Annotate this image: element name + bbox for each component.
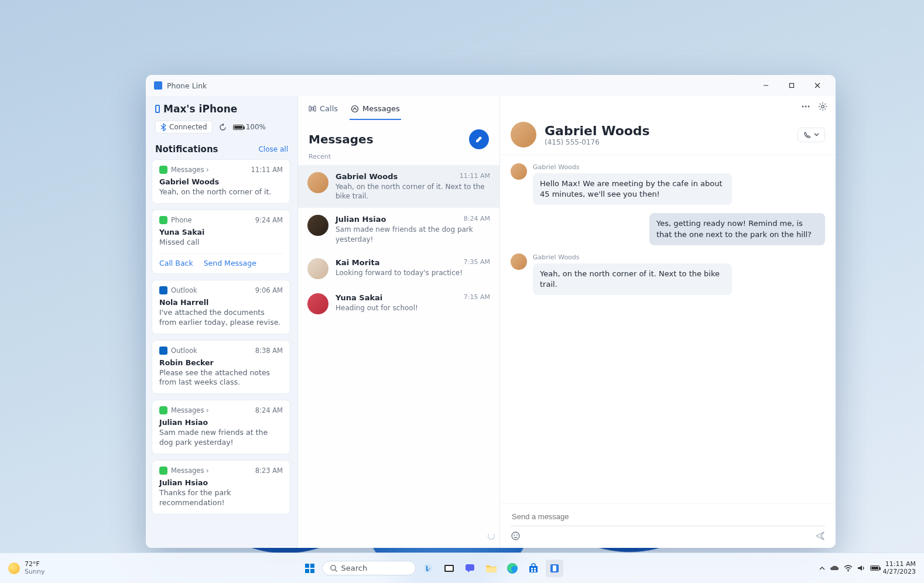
system-tray[interactable] xyxy=(819,564,879,572)
emoji-button[interactable] xyxy=(511,531,521,541)
notification-app: Phone xyxy=(159,216,192,224)
conversation-snippet: Sam made new friends at the dog park yes… xyxy=(336,225,490,244)
outlook-app-icon xyxy=(159,286,167,294)
message-input[interactable] xyxy=(511,507,825,526)
message-bubble: Yeah, on the north corner of it. Next to… xyxy=(533,263,732,295)
contact-name: Gabriel Woods xyxy=(545,124,650,138)
taskbar-store-button[interactable] xyxy=(525,560,542,577)
notification-card[interactable]: Outlook 9:06 AMNola HarrellI've attached… xyxy=(152,280,290,334)
notification-action[interactable]: Send Message xyxy=(204,259,256,268)
middle-pane: Calls Messages Messages Recent Gabriel W… xyxy=(298,96,500,548)
send-button[interactable] xyxy=(815,531,825,541)
taskbar-explorer-button[interactable] xyxy=(482,560,500,577)
settings-button[interactable] xyxy=(818,102,827,111)
notification-app: Outlook xyxy=(159,286,197,294)
notification-app-label: Outlook xyxy=(171,286,197,294)
conversation-list: Gabriel Woods11:11 AMYeah, on the north … xyxy=(298,165,499,548)
connection-status[interactable]: Connected xyxy=(155,121,213,133)
tray-chevron-icon xyxy=(819,566,825,571)
clock-time: 11:11 AM xyxy=(883,561,916,568)
left-pane: Max's iPhone Connected 100% Notification… xyxy=(146,96,298,548)
conversation-item[interactable]: Gabriel Woods11:11 AMYeah, on the north … xyxy=(298,165,499,208)
notification-app-label: Messages › xyxy=(171,166,209,174)
window-maximize-button[interactable] xyxy=(779,77,804,94)
outlook-app-icon xyxy=(159,347,167,355)
notification-actions: Call BackSend Message xyxy=(159,253,283,268)
conversation-item[interactable]: Julian Hsiao8:24 AMSam made new friends … xyxy=(298,208,499,251)
notification-body: I've attached the documents from earlier… xyxy=(159,308,283,328)
call-dropdown[interactable] xyxy=(798,128,825,142)
notification-card[interactable]: Messages ›8:24 AMJulian HsiaoSam made ne… xyxy=(152,400,290,454)
taskbar-phonelink-button[interactable] xyxy=(546,560,563,577)
conversation-time: 11:11 AM xyxy=(460,172,490,181)
svg-rect-16 xyxy=(305,564,309,568)
taskbar-search[interactable]: Search xyxy=(322,561,416,575)
refresh-button[interactable] xyxy=(218,123,227,132)
connected-label: Connected xyxy=(169,123,207,131)
chat-header: Gabriel Woods (415) 555-0176 xyxy=(500,117,836,155)
notification-card[interactable]: Messages ›8:23 AMJulian HsiaoThanks for … xyxy=(152,460,290,515)
notification-card[interactable]: Outlook 8:38 AMRobin BeckerPlease see th… xyxy=(152,340,290,395)
chat-body[interactable]: Gabriel WoodsHello Max! We are meeting b… xyxy=(500,155,836,503)
notification-app: Messages › xyxy=(159,406,209,414)
svg-point-35 xyxy=(847,570,848,571)
device-name-label: Max's iPhone xyxy=(163,103,237,115)
notification-sender: Gabriel Woods xyxy=(159,177,283,186)
calls-tab-icon xyxy=(309,105,316,112)
messages-app-icon xyxy=(159,467,167,475)
notification-card[interactable]: Messages ›11:11 AMGabriel WoodsYeah, on … xyxy=(152,159,290,204)
chat-footer xyxy=(500,503,836,548)
compose-button[interactable] xyxy=(469,129,489,149)
taskbar-center: Search xyxy=(301,560,563,577)
notification-app: Outlook xyxy=(159,347,197,355)
notification-app-label: Messages › xyxy=(171,467,209,475)
taskbar-chat-button[interactable] xyxy=(461,560,479,577)
call-icon xyxy=(803,131,811,139)
svg-point-14 xyxy=(514,534,515,536)
notification-time: 8:24 AM xyxy=(255,406,283,414)
svg-rect-29 xyxy=(531,568,533,570)
svg-rect-28 xyxy=(529,566,538,572)
message-bubble: Hello Max! We are meeting by the cafe in… xyxy=(533,173,732,205)
tab-messages[interactable]: Messages xyxy=(350,101,401,120)
conversation-item[interactable]: Kai Morita7:35 AMLooking forward to toda… xyxy=(298,251,499,286)
window-minimize-button[interactable] xyxy=(754,77,778,94)
conversation-avatar xyxy=(307,293,328,314)
more-button[interactable] xyxy=(802,105,810,108)
tab-calls[interactable]: Calls xyxy=(307,101,339,120)
search-placeholder: Search xyxy=(341,564,368,572)
notifications-title: Notifications xyxy=(155,144,218,155)
svg-rect-6 xyxy=(314,106,316,111)
recent-label: Recent xyxy=(298,152,499,165)
start-button[interactable] xyxy=(301,560,319,577)
taskbar-clock[interactable]: 11:11 AM 4/27/2023 xyxy=(883,561,916,575)
taskbar-bing-button[interactable] xyxy=(419,560,437,577)
notification-body: Yeah, on the north corner of it. xyxy=(159,187,283,197)
conversation-snippet: Yeah, on the north corner of it. Next to… xyxy=(336,182,490,201)
conversation-time: 8:24 AM xyxy=(464,215,490,224)
messages-app-icon xyxy=(159,406,167,414)
right-pane: Gabriel Woods (415) 555-0176 Gabriel Woo… xyxy=(500,96,836,548)
window-close-button[interactable] xyxy=(805,77,830,94)
taskbar-taskview-button[interactable] xyxy=(440,560,458,577)
message-sender-label: Gabriel Woods xyxy=(533,253,732,261)
notifications-list[interactable]: Messages ›11:11 AMGabriel WoodsYeah, on … xyxy=(152,159,292,543)
taskbar-edge-button[interactable] xyxy=(504,560,521,577)
messages-tab-icon xyxy=(351,105,359,113)
notification-body: Please see the attached notes from last … xyxy=(159,368,283,388)
message-avatar xyxy=(511,163,527,180)
conversation-avatar xyxy=(307,172,328,193)
taskbar: 72°F Sunny Search 11:11 AM 4/27/2023 xyxy=(0,553,924,583)
svg-rect-19 xyxy=(310,569,314,573)
taskbar-weather[interactable]: 72°F Sunny xyxy=(8,561,45,575)
onedrive-icon xyxy=(830,565,839,572)
close-all-button[interactable]: Close all xyxy=(258,145,288,153)
notification-action[interactable]: Call Back xyxy=(159,259,193,268)
notification-sender: Yuna Sakai xyxy=(159,228,283,236)
conversation-item[interactable]: Yuna Sakai7:15 AMHeading out for school! xyxy=(298,286,499,321)
notification-card[interactable]: Phone 9:24 AMYuna SakaiMissed callCall B… xyxy=(152,210,290,274)
weather-cond: Sunny xyxy=(25,568,45,575)
battery-percent: 100% xyxy=(246,123,266,131)
notification-sender: Robin Becker xyxy=(159,358,283,367)
messages-header: Messages xyxy=(309,132,374,146)
